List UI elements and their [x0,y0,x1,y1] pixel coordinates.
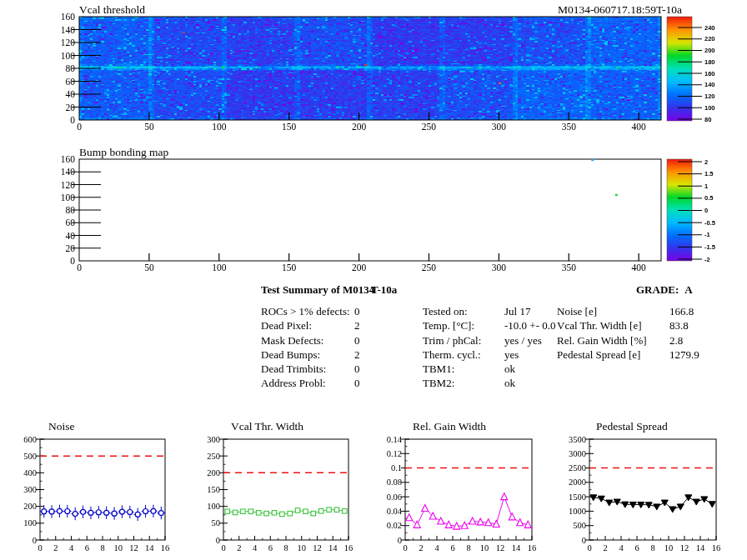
summary-row: Noise [e]166.8 [557,305,699,319]
noise-y-tick-label: 0 [33,536,37,545]
summary-row: TBM1:ok [423,362,556,377]
summary-results-column: Noise [e]166.8 Vcal Thr. Width [e]83.8 R… [557,305,699,362]
noise-x-tick-label: 10 [114,543,123,552]
bump-bonding-colorbar-label: -2 [704,256,710,263]
rel_gain_width-y-tick-label: 0 [398,536,402,545]
pedestal_spread-y-tick-label: 2000 [569,478,586,487]
vcal_width-marker [334,508,339,512]
vcal-threshold-colorbar-label: 120 [704,92,715,100]
summary-variant: T-10a [371,283,397,297]
vcal-threshold-heatmap [79,17,661,120]
summary-value: 0 [354,305,360,318]
vcal-threshold-x-tick-label: 50 [144,122,154,132]
vcal-width-plot-title: Vcal Thr. Width [231,420,303,433]
vcal_width-y-tick-label: 150 [207,485,220,494]
rel_gain_width-marker [493,520,499,527]
vcal_width-y-tick-label: 250 [207,452,220,461]
vcal-threshold-y-tick-label: 140 [61,25,76,35]
noise-marker [104,510,109,515]
pedestal_spread-x-tick-label: 6 [634,543,639,552]
bump-bonding-x-tick-label: 350 [562,262,577,272]
bump-bonding-x-tick-label: 200 [352,262,367,272]
noise-marker [119,509,124,514]
vcal-threshold-x-tick-label: 250 [422,122,437,132]
noise-x-tick-label: 0 [38,543,42,552]
vcal_width-marker [233,510,238,515]
rel_gain_width-marker [524,521,531,528]
vcal-threshold-x-tick-label: 350 [562,122,577,132]
pedestal_spread-y-tick-label: 1000 [569,507,586,516]
bump-bonding-y-tick-label: 80 [66,205,76,215]
summary-value: 0 [354,334,360,348]
vcal-threshold-x-tick-label: 100 [212,122,227,132]
rel_gain_width-frame [405,439,532,540]
summary-label: Therm. cycl.: [423,348,504,362]
summary-row: Trim / phCal:yes / yes [423,334,556,348]
vcal_width-x-tick-label: 8 [283,543,288,552]
noise-frame [40,439,165,540]
pedestal_spread-x-tick-label: 10 [664,543,674,552]
vcal-threshold-colorbar-label: 80 [704,116,711,123]
noise-marker [81,509,86,514]
summary-label: Dead Bumps: [261,348,354,362]
rel_gain_width-x-tick-label: 12 [496,543,505,552]
vcal_width-marker [318,509,323,514]
bump-bonding-x-tick-label: 250 [422,262,437,272]
bump-bonding-colorbar-label: 1.5 [704,170,713,178]
vcal-threshold-y-tick-label: 160 [61,12,76,22]
vcal-threshold-y-tick-label: 60 [66,77,76,87]
summary-value: 2 [354,348,360,362]
test-report-page: 0204060801001201401600501001502002503003… [0,0,747,560]
noise-marker [96,510,101,515]
summary-label: Address Probl: [261,377,354,390]
summary-label: Trim / phCal: [423,334,504,348]
rel_gain_width-y-tick-label: 0.1 [391,463,402,472]
pedestal_spread-marker [669,507,676,512]
rel_gain_width-x-tick-label: 4 [434,543,439,552]
rel-gain-plot-title: Rel. Gain Width [413,420,486,433]
rel_gain_width-series-line [409,497,529,526]
pedestal_spread-x-tick-label: 16 [712,543,721,552]
vcal-threshold-colorbar-label: 200 [704,47,715,54]
vcal_width-marker [327,508,332,512]
bump-bonding-colorbar-label: -1.5 [704,243,715,251]
vcal_width-marker [303,509,308,514]
summary-label: TBM1: [423,362,504,376]
vcal-threshold-x-tick-label: 0 [77,122,82,132]
summary-row: TBM2:ok [423,377,556,391]
pedestal_spread-marker [622,502,629,508]
pedestal_spread-y-tick-label: 3500 [569,435,586,444]
summary-row: Therm. cycl.:yes [423,348,556,362]
rel_gain_width-y-tick-label: 0.12 [387,449,402,458]
rel_gain_width-marker [406,514,413,521]
summary-label: Tested on: [423,305,504,318]
noise-x-tick-label: 14 [145,543,154,552]
bump-bonding-background [79,159,661,261]
vcal_width-x-tick-label: 4 [253,543,258,552]
noise-marker [158,511,163,516]
vcal_width-marker [343,509,348,514]
vcal_width-y-tick-label: 100 [207,502,220,511]
pedestal_spread-marker [654,504,660,510]
vcal_width-marker [280,512,285,517]
noise-x-tick-label: 12 [129,543,138,552]
bump-bonding-colorbar-label: 1 [704,182,708,190]
vcal_width-x-tick-label: 2 [237,543,241,552]
vcal-threshold-colorbar-label: 100 [704,104,715,112]
vcal_width-x-tick-label: 14 [328,543,338,552]
rel_gain_width-marker [485,519,492,526]
noise-marker [57,508,62,513]
vcal-threshold-y-tick-label: 40 [66,89,76,99]
rel_gain_width-y-tick-label: 0.14 [387,435,403,444]
pedestal_spread-marker [685,495,692,501]
bump-bonding-y-tick-label: 140 [61,167,76,177]
rel_gain_width-y-tick-label: 0.02 [387,521,402,530]
pedestal_spread-marker [614,499,620,505]
rel_gain_width-marker [429,512,436,519]
rel_gain_width-x-tick-label: 2 [419,543,423,552]
pedestal_spread-x-tick-label: 0 [587,543,591,552]
pedestal_spread-marker [606,500,613,506]
noise-plot-title: Noise [48,420,75,433]
vcal_width-marker [248,509,253,514]
vcal-threshold-x-tick-label: 150 [282,122,297,132]
